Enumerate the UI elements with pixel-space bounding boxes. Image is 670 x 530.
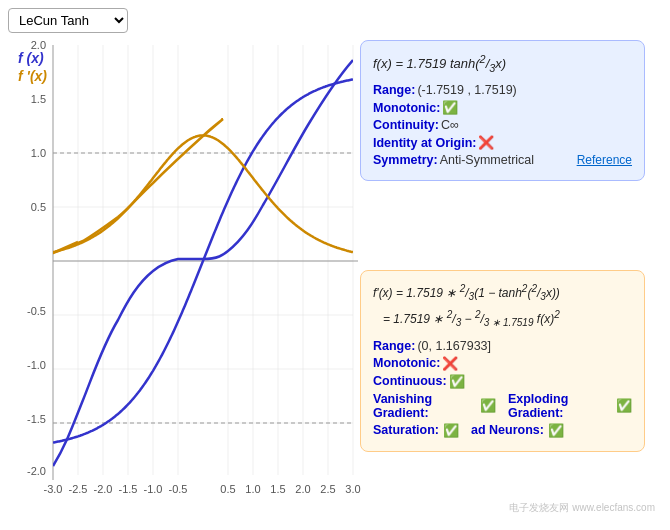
fpx-saturation-value: ✅ [443,423,459,438]
svg-text:2.0: 2.0 [295,483,310,495]
svg-text:0.5: 0.5 [220,483,235,495]
svg-text:-1.0: -1.0 [27,359,46,371]
fpx-range-row: Range: (0, 1.167933] [373,339,632,353]
fpx-exploding-label: Exploding Gradient: [508,392,612,420]
fx-range-value: (-1.7519 , 1.7519) [417,83,516,97]
svg-text:-2.0: -2.0 [27,465,46,477]
svg-text:1.5: 1.5 [270,483,285,495]
fpx-dead-value: ✅ [548,423,564,438]
fpx-vanishing-value: ✅ [480,398,496,413]
svg-text:1.0: 1.0 [31,147,46,159]
svg-text:-3.0: -3.0 [44,483,63,495]
fpx-continuous-row: Continuous: ✅ [373,374,632,389]
fx-identity-label: Identity at Origin: [373,136,476,150]
fx-reference-link[interactable]: Reference [577,153,632,167]
function-selector[interactable]: LeCun Tanh Tanh Sigmoid ReLU Leaky ReLU … [8,8,128,33]
fpx-legend-label: f '(x) [18,68,47,84]
fx-symmetry-row: Symmetry: Anti-Symmetrical Reference [373,153,632,167]
svg-text:-0.5: -0.5 [169,483,188,495]
svg-text:-2.0: -2.0 [94,483,113,495]
fpx-vanishing-row: Vanishing Gradient: ✅ Exploding Gradient… [373,392,632,420]
fx-info-box: f(x) = 1.7519 tanh(2/3x) Range: (-1.7519… [360,40,645,181]
fx-symmetry-value: Anti-Symmetrical [440,153,534,167]
fpx-monotonic-value: ❌ [442,356,458,371]
fx-identity-row: Identity at Origin: ❌ [373,135,632,150]
svg-text:-1.5: -1.5 [27,413,46,425]
fpx-saturation-label: Saturation: [373,423,439,437]
fx-range-row: Range: (-1.7519 , 1.7519) [373,83,632,97]
fpx-range-label: Range: [373,339,415,353]
fpx-curve-temp [50,119,223,254]
fpx-dead-label: ad Neurons: [471,423,544,437]
fx-monotonic-check: ✅ [442,100,458,115]
fx-range-label: Range: [373,83,415,97]
fpx-monotonic-label: Monotonic: [373,356,440,370]
fx-monotonic-label: Monotonic: [373,101,440,115]
fpx-saturation-row: Saturation: ✅ ad Neurons: ✅ [373,423,632,438]
svg-text:0.5: 0.5 [31,201,46,213]
svg-text:3.0: 3.0 [345,483,360,495]
fx-symmetry-label: Symmetry: [373,153,438,167]
svg-text:1.5: 1.5 [31,93,46,105]
fx-identity-value: ❌ [478,135,494,150]
fpx-range-value: (0, 1.167933] [417,339,491,353]
fpx-vanishing-label: Vanishing Gradient: [373,392,476,420]
fpx-monotonic-row: Monotonic: ❌ [373,356,632,371]
fx-continuity-row: Continuity: C∞ [373,118,632,132]
graph-area: 2.0 1.5 1.0 0.5 -0.5 -1.0 -1.5 -2.0 -3.0… [8,35,368,505]
svg-text:-1.5: -1.5 [119,483,138,495]
svg-text:-1.0: -1.0 [144,483,163,495]
fx-continuity-value: C∞ [441,118,459,132]
fx-formula: f(x) = 1.7519 tanh(2/3x) [373,51,632,76]
fpx-exploding-value: ✅ [616,398,632,413]
fx-legend-label: f (x) [18,50,47,66]
fpx-continuous-value: ✅ [449,374,465,389]
svg-text:2.5: 2.5 [320,483,335,495]
function-dropdown[interactable]: LeCun Tanh Tanh Sigmoid ReLU Leaky ReLU … [8,8,128,33]
svg-text:-2.5: -2.5 [69,483,88,495]
svg-text:1.0: 1.0 [245,483,260,495]
graph-legend: f (x) f '(x) [18,50,47,84]
watermark: 电子发烧友网 www.elecfans.com [509,501,655,515]
fx-continuity-label: Continuity: [373,118,439,132]
svg-text:-0.5: -0.5 [27,305,46,317]
fpx-info-box: f'(x) = 1.7519 ∗ 2/3(1 − tanh2(2/3x)) = … [360,270,645,452]
fx-monotonic-row: Monotonic: ✅ [373,100,632,115]
fpx-formula: f'(x) = 1.7519 ∗ 2/3(1 − tanh2(2/3x)) = … [373,281,632,332]
fpx-continuous-label: Continuous: [373,374,447,388]
graph-svg: 2.0 1.5 1.0 0.5 -0.5 -1.0 -1.5 -2.0 -3.0… [8,35,368,505]
